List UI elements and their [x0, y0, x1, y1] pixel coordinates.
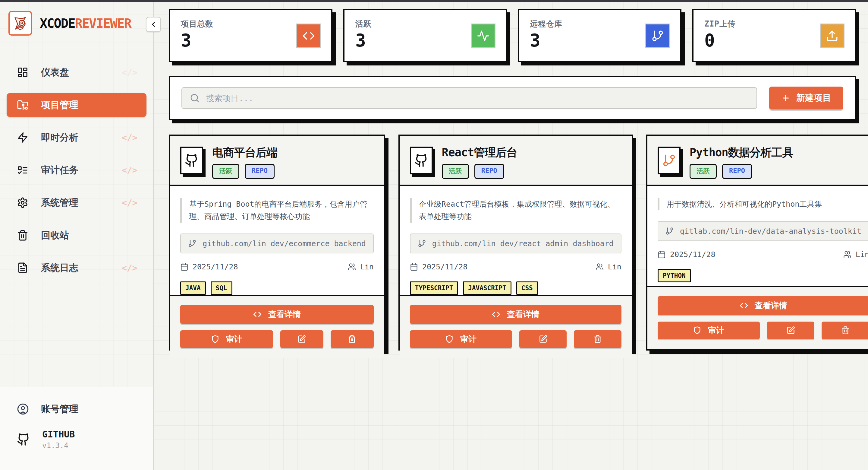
language-tag: TYPESCRIPT — [410, 282, 458, 295]
project-card-header: Python数据分析工具 活跃 REPO — [647, 136, 868, 186]
sidebar: XCODEREVIEWER 仪表盘 </> 项目管理 即时分析 </> 审计任务… — [0, 2, 154, 470]
upload-icon — [820, 24, 844, 48]
shield-icon — [693, 326, 701, 334]
language-tag: JAVA — [180, 282, 206, 295]
sidebar-collapse-button[interactable] — [146, 17, 161, 32]
audit-button[interactable]: 审计 — [658, 322, 760, 339]
sidebar-item-recycle-bin[interactable]: 回收站 — [7, 223, 147, 247]
chevron-left-icon — [150, 21, 157, 28]
sidebar-item-audit-tasks[interactable]: 审计任务 </> — [7, 158, 147, 182]
code-watermark-icon: </> — [122, 263, 137, 273]
code-watermark-icon: </> — [122, 133, 137, 143]
layout-dashboard-icon — [17, 67, 28, 78]
delete-button[interactable] — [331, 330, 374, 348]
repo-badge: REPO — [474, 164, 504, 179]
project-card-body: 企业级React管理后台模板，集成权限管理、数据可视化、表单处理等功能 gith… — [400, 186, 632, 295]
delete-button[interactable] — [822, 322, 868, 339]
sidebar-item-label: 系统管理 — [41, 196, 79, 209]
edit-pen-icon — [298, 335, 306, 343]
audit-button[interactable]: 审计 — [410, 330, 512, 348]
footer-button-row: 审计 — [180, 330, 374, 348]
github-label: GITHUB — [42, 429, 75, 440]
project-title-block: 电商平台后端 活跃 REPO — [212, 147, 277, 179]
project-title-block: React管理后台 活跃 REPO — [442, 147, 517, 179]
project-card-header: 电商平台后端 活跃 REPO — [170, 136, 384, 186]
sidebar-item-dashboard[interactable]: 仪表盘 </> — [7, 60, 147, 85]
language-tag: SQL — [211, 282, 232, 295]
git-branch-icon — [188, 239, 196, 248]
search-box — [181, 87, 757, 109]
repo-url-box: gitlab.com/lin-dev/data-analysis-toolkit — [658, 221, 868, 241]
github-text-block: GITHUB v1.3.4 — [42, 429, 75, 450]
user-circle-icon — [17, 403, 29, 415]
sidebar-item-label: 即时分析 — [41, 131, 79, 144]
repo-url-box: github.com/lin-dev/ecommerce-backend — [180, 234, 374, 254]
project-title: Python数据分析工具 — [689, 147, 793, 159]
project-card-footer: 查看详情 审计 — [400, 295, 632, 358]
sidebar-item-label: 回收站 — [41, 229, 69, 242]
settings-gear-icon — [17, 197, 28, 208]
project-title: React管理后台 — [442, 147, 517, 159]
project-date: 2025/11/28 — [670, 250, 715, 259]
view-details-label: 查看详情 — [268, 309, 301, 320]
stat-card-total-projects: 项目总数 3 — [169, 9, 333, 62]
status-badge: 活跃 — [689, 164, 717, 179]
view-details-button[interactable]: 查看详情 — [658, 296, 868, 315]
badge-row: 活跃 REPO — [442, 164, 517, 179]
brand-text-black: XCODE — [40, 16, 75, 31]
trash-icon — [17, 230, 28, 241]
edit-button[interactable] — [519, 330, 567, 348]
language-tag: PYTHON — [658, 269, 691, 282]
project-card-python-toolkit: Python数据分析工具 活跃 REPO 用于数据清洗、分析和可视化的Pytho… — [646, 135, 868, 351]
sidebar-item-projects[interactable]: 项目管理 — [7, 93, 147, 117]
project-owner: Lin — [360, 262, 374, 271]
project-owner: Lin — [608, 262, 621, 271]
view-details-button[interactable]: 查看详情 — [410, 305, 621, 324]
brand-logo — [8, 11, 32, 36]
projects-grid: 电商平台后端 活跃 REPO 基于Spring Boot的电商平台后端服务，包含… — [169, 135, 856, 351]
sidebar-bottom: 账号管理 GITHUB v1.3.4 — [0, 387, 153, 470]
folder-git-icon — [17, 99, 28, 111]
audit-label: 审计 — [226, 334, 242, 345]
new-project-button[interactable]: 新建项目 — [769, 87, 843, 110]
repo-badge: REPO — [722, 164, 752, 179]
project-title: 电商平台后端 — [212, 147, 277, 159]
sidebar-item-label: 项目管理 — [41, 99, 79, 111]
search-panel: 新建项目 — [169, 76, 856, 120]
edit-button[interactable] — [280, 330, 323, 348]
repo-url-box: github.com/lin-dev/react-admin-dashboard — [410, 234, 621, 254]
meta-row: 2025/11/28 Lin — [658, 250, 868, 259]
date-group: 2025/11/28 — [658, 250, 715, 259]
project-date: 2025/11/28 — [193, 262, 238, 271]
sidebar-item-account[interactable]: 账号管理 — [7, 398, 147, 420]
github-icon — [17, 433, 30, 446]
window-top-edge — [0, 0, 868, 2]
code-icon — [492, 310, 500, 319]
sidebar-github-info[interactable]: GITHUB v1.3.4 — [7, 429, 147, 450]
sidebar-item-system-admin[interactable]: 系统管理 </> — [7, 190, 147, 215]
repo-url: github.com/lin-dev/ecommerce-backend — [203, 239, 366, 248]
owner-group: Lin — [595, 262, 621, 271]
sidebar-item-system-logs[interactable]: 系统日志 </> — [7, 256, 147, 280]
sidebar-item-instant-analysis[interactable]: 即时分析 </> — [7, 125, 147, 150]
project-card-body: 用于数据清洗、分析和可视化的Python工具集 gitlab.com/lin-d… — [647, 186, 868, 286]
plus-icon — [781, 93, 790, 102]
audit-button[interactable]: 审计 — [180, 330, 273, 348]
users-icon — [843, 251, 851, 259]
list-todo-icon — [17, 165, 28, 176]
edit-button[interactable] — [767, 322, 815, 339]
brand-bird-icon — [12, 16, 28, 31]
language-tag: CSS — [516, 282, 538, 295]
repo-badge: REPO — [245, 164, 275, 179]
code-watermark-icon: </> — [122, 67, 137, 78]
delete-button[interactable] — [574, 330, 621, 348]
search-icon — [190, 93, 199, 103]
project-description: 企业级React管理后台模板，集成权限管理、数据可视化、表单处理等功能 — [410, 198, 621, 223]
shield-icon — [445, 335, 454, 343]
search-input[interactable] — [206, 93, 749, 103]
trash-icon — [593, 335, 602, 343]
calendar-icon — [658, 251, 666, 259]
trash-icon — [841, 326, 849, 334]
view-details-button[interactable]: 查看详情 — [180, 305, 374, 324]
zap-icon — [17, 132, 28, 143]
